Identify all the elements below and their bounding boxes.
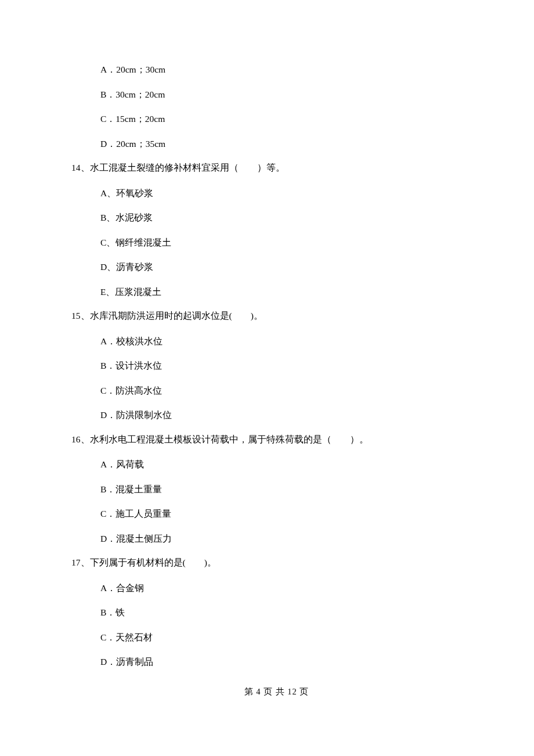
question-16-text: 16、水利水电工程混凝土模板设计荷载中，属于特殊荷载的是（ ）。	[71, 435, 482, 444]
option-c: C．防洪高水位	[100, 386, 482, 395]
option-c: C．15cm；20cm	[100, 114, 482, 124]
question-16: 16、水利水电工程混凝土模板设计荷载中，属于特殊荷载的是（ ）。 A．风荷载 B…	[71, 435, 482, 543]
option-d: D．混凝土侧压力	[100, 534, 482, 543]
option-a: A．合金钢	[100, 584, 482, 593]
option-a: A．校核洪水位	[100, 337, 482, 346]
question-15: 15、水库汛期防洪运用时的起调水位是( )。 A．校核洪水位 B．设计洪水位 C…	[71, 311, 482, 420]
option-a: A．20cm；30cm	[100, 65, 482, 74]
option-e: E、压浆混凝土	[100, 287, 482, 297]
question-16-options: A．风荷载 B．混凝土重量 C．施工人员重量 D．混凝土侧压力	[100, 460, 482, 543]
option-b: B．30cm；20cm	[100, 90, 482, 99]
question-17: 17、下列属于有机材料的是( )。 A．合金钢 B．铁 C．天然石材 D．沥青制…	[71, 558, 482, 667]
option-c: C、钢纤维混凝土	[100, 238, 482, 247]
question-13-options-continued: A．20cm；30cm B．30cm；20cm C．15cm；20cm D．20…	[100, 65, 482, 148]
question-14-options: A、环氧砂浆 B、水泥砂浆 C、钢纤维混凝土 D、沥青砂浆 E、压浆混凝土	[100, 189, 482, 297]
question-17-text: 17、下列属于有机材料的是( )。	[71, 558, 482, 567]
page: A．20cm；30cm B．30cm；20cm C．15cm；20cm D．20…	[0, 0, 534, 696]
option-d: D．防洪限制水位	[100, 411, 482, 420]
question-17-options: A．合金钢 B．铁 C．天然石材 D．沥青制品	[100, 584, 482, 667]
option-d: D、沥青砂浆	[100, 262, 482, 272]
question-14: 14、水工混凝土裂缝的修补材料宜采用（ ）等。 A、环氧砂浆 B、水泥砂浆 C、…	[71, 163, 482, 296]
option-b: B．铁	[100, 608, 482, 617]
option-b: B．设计洪水位	[100, 361, 482, 370]
option-b: B、水泥砂浆	[100, 213, 482, 222]
question-15-text: 15、水库汛期防洪运用时的起调水位是( )。	[71, 311, 482, 321]
option-c: C．天然石材	[100, 633, 482, 642]
option-b: B．混凝土重量	[100, 485, 482, 494]
page-footer: 第 4 页 共 12 页	[71, 687, 482, 696]
question-14-text: 14、水工混凝土裂缝的修补材料宜采用（ ）等。	[71, 163, 482, 172]
option-a: A、环氧砂浆	[100, 189, 482, 198]
option-d: D．20cm；35cm	[100, 139, 482, 149]
option-d: D．沥青制品	[100, 657, 482, 667]
question-15-options: A．校核洪水位 B．设计洪水位 C．防洪高水位 D．防洪限制水位	[100, 337, 482, 420]
option-a: A．风荷载	[100, 460, 482, 469]
option-c: C．施工人员重量	[100, 509, 482, 519]
